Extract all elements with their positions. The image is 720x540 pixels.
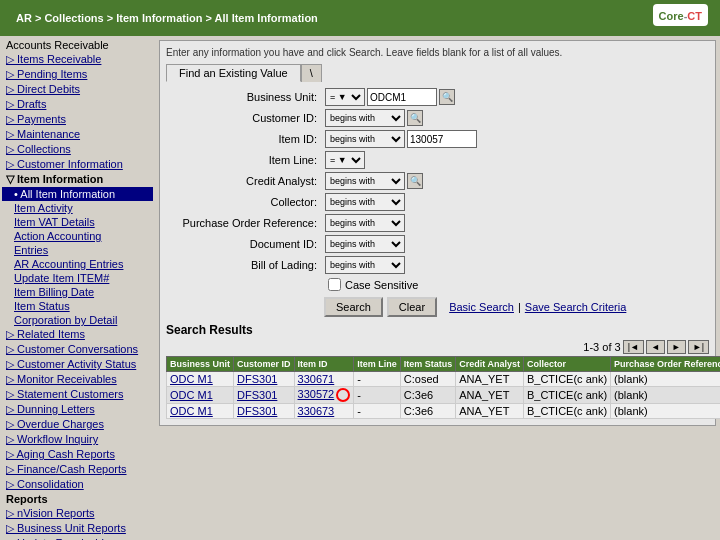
table-cell-1[interactable]: DFS301 xyxy=(234,372,295,387)
table-cell-2[interactable]: 330671 xyxy=(294,372,354,387)
customer-id-operator[interactable]: begins with xyxy=(325,109,405,127)
table-cell-7: (blank) xyxy=(611,372,720,387)
business-unit-label: Business Unit: xyxy=(166,91,321,103)
item-line-label: Item Line: xyxy=(166,154,321,166)
purchase-order-row: begins with xyxy=(325,214,709,232)
separator: | xyxy=(518,301,521,313)
table-cell-7: (blank) xyxy=(611,387,720,404)
sidebar-item-monitor-receivables[interactable]: ▷ Monitor Receivables xyxy=(2,372,153,387)
document-id-operator[interactable]: begins with xyxy=(325,235,405,253)
tab-find-existing[interactable]: Find an Existing Value xyxy=(166,64,301,82)
save-search-link[interactable]: Save Search Criteria xyxy=(525,301,627,313)
sidebar-item-customer-activity-status[interactable]: ▷ Customer Activity Status xyxy=(2,357,153,372)
sidebar-item-action-accounting[interactable]: Action Accounting xyxy=(2,229,153,243)
collector-operator[interactable]: begins with xyxy=(325,193,405,211)
sidebar-reports-header: Reports xyxy=(2,492,153,506)
sidebar-item-payments[interactable]: ▷ Payments xyxy=(2,112,153,127)
sidebar-item-ar-accounting[interactable]: AR Accounting Entries xyxy=(2,257,153,271)
bill-of-lading-label: Bill of Lading: xyxy=(166,259,321,271)
col-collector: Collector xyxy=(523,357,610,372)
sidebar-item-customer-information[interactable]: ▷ Customer Information xyxy=(2,157,153,172)
sidebar-item-all-item-information[interactable]: • All Item Information xyxy=(2,187,153,201)
sidebar-item-entries[interactable]: Entries xyxy=(2,243,153,257)
table-row[interactable]: ODC M1DFS301330572-C:3e6ANA_YETB_CTICE(c… xyxy=(167,387,721,404)
clear-button[interactable]: Clear xyxy=(387,297,437,317)
search-button[interactable]: Search xyxy=(324,297,383,317)
search-tabs: Find an Existing Value \ xyxy=(166,64,709,82)
case-sensitive-checkbox[interactable] xyxy=(328,278,341,291)
sidebar-item-items-receivable[interactable]: ▷ Items Receivable xyxy=(2,52,153,67)
content-area: Enter any information you have and click… xyxy=(155,36,720,540)
document-id-label: Document ID: xyxy=(166,238,321,250)
sidebar-item-workflow-inquiry[interactable]: ▷ Workflow Inquiry xyxy=(2,432,153,447)
table-cell-7: (blank) xyxy=(611,404,720,419)
credit-analyst-lookup-icon[interactable]: 🔍 xyxy=(407,173,423,189)
table-row[interactable]: ODC M1DFS301330673-C:3e6ANA_YETB_CTICE(c… xyxy=(167,404,721,419)
purchase-order-operator[interactable]: begins with xyxy=(325,214,405,232)
sidebar-item-corporation-by-detail[interactable]: Corporation by Detail xyxy=(2,313,153,327)
sidebar-item-drafts[interactable]: ▷ Drafts xyxy=(2,97,153,112)
customer-id-lookup-icon[interactable]: 🔍 xyxy=(407,110,423,126)
sidebar-item-item-status[interactable]: Item Status xyxy=(2,299,153,313)
business-unit-input[interactable] xyxy=(367,88,437,106)
basic-search-link[interactable]: Basic Search xyxy=(449,301,514,313)
table-cell-1[interactable]: DFS301 xyxy=(234,404,295,419)
sidebar-item-business-unit-reports[interactable]: ▷ Business Unit Reports xyxy=(2,521,153,536)
sidebar-item-item-information-group[interactable]: ▽ Item Information xyxy=(2,172,153,187)
sidebar-item-customer-conversations[interactable]: ▷ Customer Conversations xyxy=(2,342,153,357)
col-status: Item Status xyxy=(400,357,456,372)
sidebar-item-item-activity[interactable]: Item Activity xyxy=(2,201,153,215)
item-id-input[interactable] xyxy=(407,130,477,148)
table-row[interactable]: ODC M1DFS301330671-C:osedANA_YETB_CTICE(… xyxy=(167,372,721,387)
logo-ct-text: CT xyxy=(687,10,702,22)
sidebar-item-dunning-letters[interactable]: ▷ Dunning Letters xyxy=(2,402,153,417)
credit-analyst-row: begins with 🔍 xyxy=(325,172,709,190)
sidebar-item-collections[interactable]: ▷ Collections xyxy=(2,142,153,157)
sidebar-item-maintenance[interactable]: ▷ Maintenance xyxy=(2,127,153,142)
business-unit-lookup-icon[interactable]: 🔍 xyxy=(439,89,455,105)
search-button-row: Search Clear Basic Search | Save Search … xyxy=(324,297,709,317)
sidebar-item-item-billing-date[interactable]: Item Billing Date xyxy=(2,285,153,299)
nav-last-btn[interactable]: ►| xyxy=(688,340,709,354)
item-id-operator[interactable]: begins with xyxy=(325,130,405,148)
nav-prev-btn[interactable]: ◄ xyxy=(646,340,665,354)
nav-first-btn[interactable]: |◄ xyxy=(623,340,644,354)
table-cell-0[interactable]: ODC M1 xyxy=(167,372,234,387)
table-cell-6: B_CTICE(c ank) xyxy=(523,372,610,387)
case-sensitive-label: Case Sensitive xyxy=(345,279,418,291)
item-id-row: begins with xyxy=(325,130,709,148)
search-form: Business Unit: = ▼ 🔍 Customer ID: begins… xyxy=(166,88,709,274)
nav-next-btn[interactable]: ► xyxy=(667,340,686,354)
customer-id-row: begins with 🔍 xyxy=(325,109,709,127)
bill-of-lading-operator[interactable]: begins with xyxy=(325,256,405,274)
table-cell-0[interactable]: ODC M1 xyxy=(167,404,234,419)
sidebar-item-item-vat-details[interactable]: Item VAT Details xyxy=(2,215,153,229)
sidebar-item-direct-debits[interactable]: ▷ Direct Debits xyxy=(2,82,153,97)
sidebar-item-related-items[interactable]: ▷ Related Items xyxy=(2,327,153,342)
sidebar-item-update-receivables[interactable]: ▷ Update Receivables xyxy=(2,536,153,540)
logo-core-text: Core xyxy=(659,10,684,22)
tab-add[interactable]: \ xyxy=(301,64,322,82)
credit-analyst-operator[interactable]: begins with xyxy=(325,172,405,190)
item-id-label: Item ID: xyxy=(166,133,321,145)
sidebar-item-pending-items[interactable]: ▷ Pending Items xyxy=(2,67,153,82)
table-cell-0[interactable]: ODC M1 xyxy=(167,387,234,404)
sidebar-item-statement-customers[interactable]: ▷ Statement Customers xyxy=(2,387,153,402)
sidebar-item-update-item[interactable]: Update Item ITEM# xyxy=(2,271,153,285)
sidebar-item-nvision-reports[interactable]: ▷ nVision Reports xyxy=(2,506,153,521)
sidebar-item-consolidation[interactable]: ▷ Consolidation xyxy=(2,477,153,492)
table-cell-4: C:osed xyxy=(400,372,456,387)
business-unit-row: = ▼ 🔍 xyxy=(325,88,709,106)
sidebar-item-overdue-charges[interactable]: ▷ Overdue Charges xyxy=(2,417,153,432)
table-cell-1[interactable]: DFS301 xyxy=(234,387,295,404)
sidebar-item-finance-cash-reports[interactable]: ▷ Finance/Cash Reports xyxy=(2,462,153,477)
document-id-row: begins with xyxy=(325,235,709,253)
col-line: Item Line xyxy=(354,357,401,372)
sidebar-item-aging-cash-reports[interactable]: ▷ Aging Cash Reports xyxy=(2,447,153,462)
business-unit-operator[interactable]: = ▼ xyxy=(325,88,365,106)
case-sensitive-row: Case Sensitive xyxy=(328,278,709,291)
table-cell-2[interactable]: 330572 xyxy=(294,387,354,404)
item-line-operator[interactable]: = ▼ xyxy=(325,151,365,169)
table-cell-2[interactable]: 330673 xyxy=(294,404,354,419)
results-title: Search Results xyxy=(166,323,709,337)
